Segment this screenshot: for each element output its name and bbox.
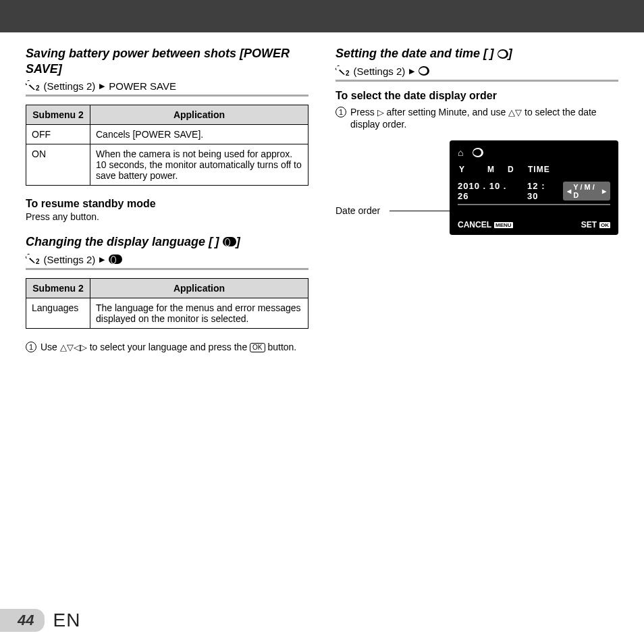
power-save-table: Submenu 2 Application OFF Cancels [POWER… bbox=[26, 105, 308, 186]
lcd-hdr-d: D bbox=[508, 165, 528, 174]
date-order-step-1: 1 Press ▷ after setting Minute, and use … bbox=[336, 106, 618, 132]
dpad-left-icon: ◁ bbox=[74, 342, 80, 352]
cell-languages: Languages bbox=[26, 298, 90, 328]
lcd-set: SETOK bbox=[581, 220, 610, 230]
lcd-divider bbox=[458, 204, 610, 205]
step-text: to select your language and press the bbox=[90, 342, 250, 352]
step-number-icon: 1 bbox=[336, 107, 346, 117]
resume-heading: To resume standby mode bbox=[26, 198, 308, 210]
menu-chip-icon: MENU bbox=[494, 222, 513, 228]
lcd-hdr-time: TIME bbox=[528, 165, 550, 174]
home-icon: ⌂ bbox=[458, 147, 463, 158]
cell-off-desc: Cancels [POWER SAVE]. bbox=[90, 125, 308, 144]
left-column: Saving battery power between shots [POWE… bbox=[26, 46, 308, 353]
triangle-right-icon: ▶ bbox=[99, 82, 105, 90]
cell-off: OFF bbox=[26, 125, 90, 144]
section-title-language: Changing the display language [ ] ] bbox=[26, 234, 308, 250]
resume-text: Press any button. bbox=[26, 211, 308, 222]
page-body: Saving battery power between shots [POWE… bbox=[0, 32, 644, 353]
table-row: Languages The language for the menus and… bbox=[26, 298, 308, 328]
language-step-1: 1 Use △▽◁▷ to select your language and p… bbox=[26, 341, 308, 354]
clock-icon bbox=[498, 49, 508, 59]
language-table: Submenu 2 Application Languages The lang… bbox=[26, 278, 308, 329]
page-footer: 44 EN bbox=[0, 609, 80, 632]
crumb-target: POWER SAVE bbox=[109, 80, 176, 92]
lcd-set-label: SET bbox=[581, 220, 597, 230]
crumb-text: (Settings 2) bbox=[354, 65, 406, 77]
step-text: after setting Minute, and use bbox=[387, 107, 509, 117]
dpad-right-icon: ▷ bbox=[377, 107, 384, 117]
lcd-hdr-y: Y bbox=[459, 165, 487, 174]
breadcrumb-power-save: 2 (Settings 2) ▶ POWER SAVE bbox=[26, 80, 308, 97]
step-number-icon: 1 bbox=[26, 342, 36, 352]
ok-chip-icon: OK bbox=[599, 222, 610, 228]
th-submenu: Submenu 2 bbox=[26, 278, 90, 298]
lcd-cancel: CANCELMENU bbox=[458, 220, 513, 230]
triangle-right-icon: ▶ bbox=[99, 255, 105, 264]
clock-icon bbox=[473, 148, 483, 157]
page-number: 44 bbox=[0, 609, 45, 632]
th-submenu: Submenu 2 bbox=[26, 105, 90, 125]
triangle-right-icon: ▶ bbox=[602, 188, 606, 194]
step-text: Use bbox=[41, 342, 60, 352]
lcd-figure: Date order ⌂ Y M D TIME 2010 . 10 . 26 1… bbox=[336, 140, 618, 255]
cell-languages-desc: The language for the menus and error mes… bbox=[90, 298, 308, 328]
section-title-language-text: Changing the display language [ ] bbox=[26, 235, 219, 248]
globe-icon bbox=[109, 254, 122, 264]
lcd-time: 12 : 30 bbox=[527, 181, 558, 201]
section-title-datetime: Setting the date and time [ ] ] bbox=[336, 46, 618, 61]
table-row: OFF Cancels [POWER SAVE]. bbox=[26, 125, 308, 144]
dpad-down-icon: ▽ bbox=[515, 107, 522, 117]
lcd-date-order-selector[interactable]: ◀ Y / M / D ▶ bbox=[563, 182, 610, 200]
cell-on-desc: When the camera is not being used for ap… bbox=[90, 144, 308, 186]
dpad-right-icon: ▷ bbox=[80, 342, 87, 352]
wrench-icon: 2 bbox=[26, 80, 40, 92]
globe-icon bbox=[223, 237, 236, 246]
step-text: button. bbox=[267, 342, 296, 352]
breadcrumb-datetime: 2 (Settings 2) ▶ bbox=[336, 65, 618, 82]
table-row: ON When the camera is not being used for… bbox=[26, 144, 308, 186]
dpad-up-icon: △ bbox=[508, 107, 515, 117]
lcd-order-value: Y / M / D bbox=[573, 183, 600, 199]
wrench-icon: 2 bbox=[26, 254, 40, 265]
th-application: Application bbox=[90, 278, 308, 298]
lcd-date: 2010 . 10 . 26 bbox=[458, 181, 518, 201]
cell-on: ON bbox=[26, 144, 90, 186]
triangle-left-icon: ◀ bbox=[567, 188, 571, 194]
page-language: EN bbox=[53, 610, 80, 631]
dpad-down-icon: ▽ bbox=[67, 342, 74, 352]
lcd-hdr-m: M bbox=[487, 165, 508, 174]
wrench-icon: 2 bbox=[336, 65, 350, 77]
clock-icon bbox=[419, 66, 429, 76]
step-text: Press bbox=[350, 107, 377, 117]
callout-date-order: Date order bbox=[336, 205, 380, 216]
right-column: Setting the date and time [ ] ] 2 (Setti… bbox=[336, 46, 618, 353]
th-application: Application bbox=[90, 105, 308, 125]
section-title-datetime-text: Setting the date and time [ ] bbox=[336, 47, 494, 60]
breadcrumb-language: 2 (Settings 2) ▶ bbox=[26, 254, 308, 270]
ok-button-icon: OK bbox=[250, 343, 265, 352]
section-title-power-save: Saving battery power between shots [POWE… bbox=[26, 46, 308, 76]
dpad-up-icon: △ bbox=[60, 342, 67, 352]
crumb-text: (Settings 2) bbox=[44, 254, 96, 265]
camera-lcd: ⌂ Y M D TIME 2010 . 10 . 26 12 : 30 ◀ Y … bbox=[450, 140, 618, 235]
triangle-right-icon: ▶ bbox=[409, 67, 414, 76]
crumb-text: (Settings 2) bbox=[44, 80, 96, 92]
top-bar bbox=[0, 0, 644, 32]
lcd-cancel-label: CANCEL bbox=[458, 220, 491, 230]
date-order-heading: To select the date display order bbox=[336, 90, 618, 102]
